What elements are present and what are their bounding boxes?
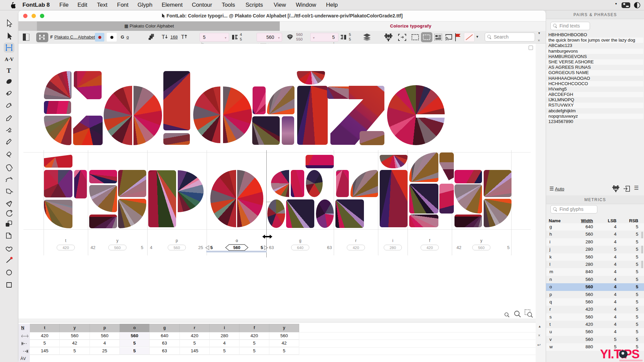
svg-text:560: 560 (233, 245, 240, 250)
svg-text:T: T (181, 34, 184, 40)
svg-text:T: T (7, 67, 11, 74)
svg-text:A·V: A·V (5, 57, 14, 62)
svg-text:T: T (162, 34, 165, 40)
